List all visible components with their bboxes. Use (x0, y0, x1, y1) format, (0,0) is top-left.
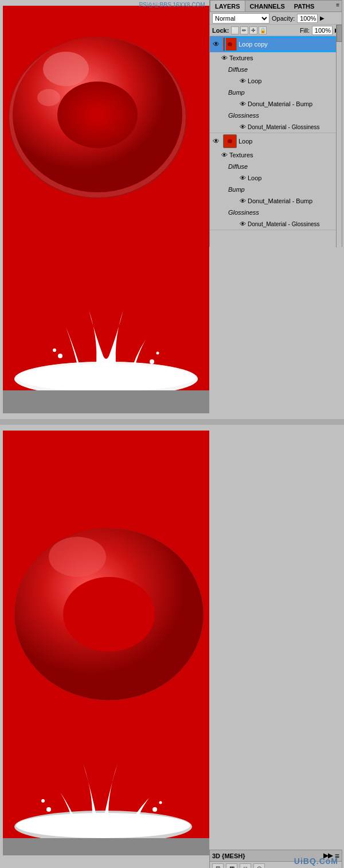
layer-row-loop-copy[interactable]: 👁 Loop copy (210, 36, 342, 52)
layer-group-loop-copy: 👁 Loop copy 👁 Textures Diffuse 👁 (210, 36, 342, 133)
layer-eye-loop[interactable]: 👁 (211, 136, 221, 146)
layer-name-donut-bump-2: Donut_Material - Bump (248, 197, 312, 204)
lock-position-icon[interactable]: ✛ (249, 26, 257, 34)
layer-name-glossiness-2: Glossiness (228, 209, 259, 216)
canvas-image-bottom (3, 431, 209, 855)
svg-point-9 (43, 52, 89, 86)
svg-point-19 (162, 366, 165, 369)
layer-eye-donut-gloss-1[interactable]: 👁 (237, 122, 248, 132)
layer-name-loop-copy: Loop copy (239, 41, 268, 48)
svg-point-33 (46, 807, 51, 812)
svg-point-27 (63, 577, 155, 652)
tab-channels[interactable]: CHANNELS (245, 1, 290, 11)
canvas-area-top (0, 0, 212, 419)
top-section: PS论坛:BBS.16XX8.COM (0, 0, 344, 419)
layer-row-donut-gloss-2[interactable]: 👁 Donut_Material - Glossiness (210, 218, 342, 230)
layer-eye-loop-copy[interactable]: 👁 (211, 39, 221, 49)
layer-eye-loop-2[interactable]: 👁 (237, 173, 248, 183)
layer-row-bump-1[interactable]: Bump (210, 87, 342, 98)
svg-point-8 (57, 82, 138, 148)
layer-name-donut-gloss-1: Donut_Material - Glossiness (248, 124, 320, 130)
opacity-input[interactable] (297, 14, 318, 23)
svg-point-16 (53, 348, 56, 352)
layer-eye-donut-bump-2[interactable]: 👁 (237, 196, 248, 206)
layer-name-textures-1: Textures (229, 55, 253, 61)
layer-thumb-loop-copy (223, 37, 237, 51)
fill-input[interactable] (312, 26, 333, 35)
mesh-panel-title: 3D {MESH} (212, 852, 245, 859)
layer-row-donut-bump-1[interactable]: 👁 Donut_Material - Bump (210, 98, 342, 110)
blend-mode-select[interactable]: Normal (212, 13, 269, 24)
svg-point-29 (49, 537, 106, 577)
svg-rect-20 (3, 390, 209, 413)
layer-row-diffuse-1[interactable]: Diffuse (210, 64, 342, 75)
layer-row-loop[interactable]: 👁 Loop (210, 133, 342, 149)
layer-eye-loop-1[interactable]: 👁 (237, 76, 248, 86)
layer-name-diffuse-1: Diffuse (228, 66, 248, 73)
layers-scrollbar[interactable] (336, 25, 342, 247)
lock-icons: ⬜ ✏ ✛ 🔒 (231, 26, 267, 34)
svg-point-15 (58, 354, 62, 358)
svg-point-10 (37, 89, 60, 106)
opacity-arrow[interactable]: ▶ (320, 15, 325, 21)
layer-row-bump-2[interactable]: Bump (210, 184, 342, 195)
layer-name-bump-1: Bump (228, 89, 245, 96)
svg-point-18 (157, 352, 159, 355)
layer-name-bump-2: Bump (228, 186, 245, 193)
layer-name-loop-1: Loop (248, 78, 261, 84)
section-divider (0, 419, 344, 425)
layer-thumb-loop (223, 134, 237, 148)
fill-label: Fill: (300, 27, 310, 34)
layer-name-loop-2: Loop (248, 175, 261, 181)
layer-eye-textures-2[interactable]: 👁 (219, 150, 229, 160)
layer-name-glossiness-1: Glossiness (228, 112, 259, 119)
lock-row: Lock: ⬜ ✏ ✛ 🔒 Fill: ▶ (210, 25, 342, 36)
layer-row-loop-1[interactable]: 👁 Loop (210, 75, 342, 87)
mesh-icon-3[interactable]: □ (240, 863, 251, 869)
mode-row: Normal Opacity: ▶ (210, 12, 342, 25)
layer-row-textures-1[interactable]: 👁 Textures (210, 52, 342, 64)
svg-point-34 (41, 799, 45, 803)
svg-point-17 (150, 359, 154, 364)
layer-name-donut-bump-1: Donut_Material - Bump (248, 100, 312, 107)
layers-list[interactable]: 👁 Loop copy 👁 Textures Diffuse 👁 (210, 36, 342, 251)
canvas-area-bottom (0, 425, 212, 862)
layer-eye-donut-bump-1[interactable]: 👁 (237, 99, 248, 109)
mesh-icon-4[interactable]: ◎ (253, 863, 265, 869)
scrollbar-thumb[interactable] (337, 25, 342, 42)
layer-row-loop-2[interactable]: 👁 Loop (210, 172, 342, 184)
opacity-label: Opacity: (272, 15, 295, 22)
layer-name-diffuse-2: Diffuse (228, 163, 248, 170)
bottom-canvas-svg (3, 431, 209, 855)
layer-group-loop: 👁 Loop 👁 Textures Diffuse 👁 Loop (210, 133, 342, 230)
donut-svg-top (3, 6, 209, 247)
layers-panel: LAYERS CHANNELS PATHS ≡ Normal Opacity: … (209, 0, 342, 247)
layer-row-diffuse-2[interactable]: Diffuse (210, 161, 342, 172)
layer-name-donut-gloss-2: Donut_Material - Glossiness (248, 221, 320, 227)
milk-splash-svg-top (3, 241, 209, 413)
layer-row-textures-2[interactable]: 👁 Textures (210, 149, 342, 161)
canvas-image-top (3, 6, 209, 413)
lock-image-icon[interactable]: ✏ (240, 26, 248, 34)
lock-transparent-icon[interactable]: ⬜ (231, 26, 239, 34)
svg-point-35 (153, 807, 157, 812)
layer-name-textures-2: Textures (229, 152, 253, 158)
lock-label: Lock: (212, 27, 229, 34)
layer-name-loop: Loop (239, 138, 252, 145)
layer-eye-donut-gloss-2[interactable]: 👁 (237, 219, 248, 229)
svg-point-36 (159, 801, 162, 804)
layer-eye-textures-1[interactable]: 👁 (219, 53, 229, 63)
mesh-icon-2[interactable]: ▦ (226, 863, 237, 869)
panel-menu-icon[interactable]: ≡ (336, 2, 339, 8)
layer-row-glossiness-2[interactable]: Glossiness (210, 207, 342, 218)
layer-row-donut-gloss-1[interactable]: 👁 Donut_Material - Glossiness (210, 121, 342, 133)
tab-paths[interactable]: PATHS (290, 1, 319, 11)
svg-point-24 (228, 140, 232, 144)
mesh-icon-1[interactable]: ⊞ (212, 863, 224, 869)
panel-tabs: LAYERS CHANNELS PATHS ≡ (210, 1, 342, 12)
layer-row-donut-bump-2[interactable]: 👁 Donut_Material - Bump (210, 195, 342, 207)
lock-all-icon[interactable]: 🔒 (259, 26, 267, 34)
tab-layers[interactable]: LAYERS (210, 1, 245, 11)
layer-row-glossiness-1[interactable]: Glossiness (210, 110, 342, 121)
svg-point-22 (228, 42, 232, 46)
